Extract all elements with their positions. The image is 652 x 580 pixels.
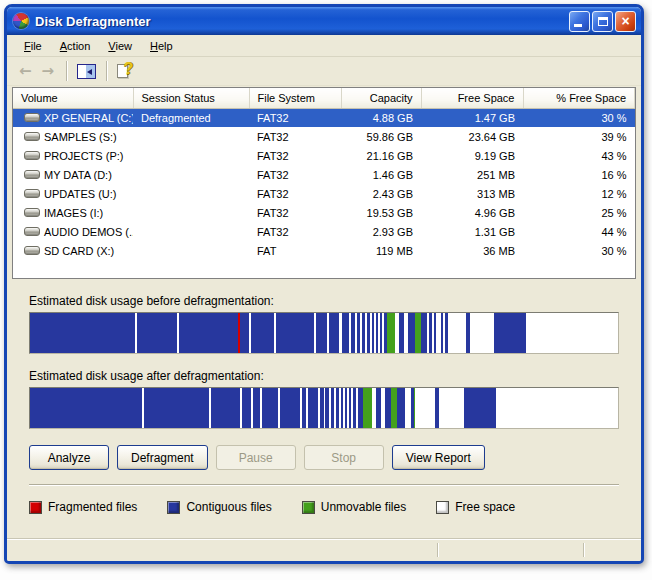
analyze-button[interactable]: Analyze <box>29 445 109 470</box>
usage-bar-before <box>29 312 619 354</box>
free-space-cell: 4.96 GB <box>421 203 523 222</box>
volume-row-sd-card-x[interactable]: SD CARD (X:)FAT119 MB36 MB30 % <box>13 241 635 260</box>
status-bar <box>7 538 641 561</box>
defragment-button[interactable]: Defragment <box>117 445 208 470</box>
volume-row-audio-demos[interactable]: AUDIO DEMOS (...FAT322.93 GB1.31 GB44 % <box>13 222 635 241</box>
column-header-free-space[interactable]: Free Space <box>421 88 523 108</box>
menu-help[interactable]: Help <box>141 37 182 55</box>
stop-button[interactable]: Stop <box>304 445 384 470</box>
legend-label: Unmovable files <box>321 500 406 514</box>
file-system-cell: FAT32 <box>249 108 341 127</box>
drive-icon <box>24 151 40 160</box>
maximize-icon <box>598 17 608 26</box>
volume-row-updates-u[interactable]: UPDATES (U:)FAT322.43 GB313 MB12 % <box>13 184 635 203</box>
menu-file[interactable]: File <box>15 37 51 55</box>
session-status-cell <box>133 184 249 203</box>
capacity-cell: 59.86 GB <box>341 127 421 146</box>
volume-row-xp-general-c[interactable]: XP GENERAL (C:)DefragmentedFAT324.88 GB1… <box>13 108 635 127</box>
session-status-cell: Defragmented <box>133 108 249 127</box>
pct-free-cell: 39 % <box>523 127 635 146</box>
legend-item-contiguous-files: Contiguous files <box>167 500 271 514</box>
volume-name: PROJECTS (P:) <box>44 150 123 162</box>
capacity-cell: 19.53 GB <box>341 203 421 222</box>
pause-button[interactable]: Pause <box>216 445 296 470</box>
disk-defragmenter-icon <box>13 13 29 29</box>
column-header-volume[interactable]: Volume <box>13 88 133 108</box>
contiguous-segment <box>397 388 405 428</box>
column-header-capacity[interactable]: Capacity <box>341 88 421 108</box>
toolbar: ← → ? <box>7 57 641 86</box>
contiguous-segment <box>30 313 135 353</box>
contiguous-segment <box>408 313 415 353</box>
capacity-cell: 119 MB <box>341 241 421 260</box>
capacity-cell: 4.88 GB <box>341 108 421 127</box>
volume-row-my-data-d[interactable]: MY DATA (D:)FAT321.46 GB251 MB16 % <box>13 165 635 184</box>
disk-defragmenter-window: Disk Defragmenter × FileActionViewHelp ←… <box>4 4 644 564</box>
forward-arrow-icon[interactable]: → <box>40 64 57 79</box>
column-header-free-space[interactable]: % Free Space <box>523 88 635 108</box>
volume-row-samples-s[interactable]: SAMPLES (S:)FAT3259.86 GB23.64 GB39 % <box>13 127 635 146</box>
legend-swatch-contiguous-files <box>167 501 180 514</box>
console-tree-toggle-icon[interactable] <box>77 64 96 79</box>
volume-table: VolumeSession StatusFile SystemCapacityF… <box>13 88 635 261</box>
free-space-cell: 251 MB <box>421 165 523 184</box>
contiguous-segment <box>329 313 339 353</box>
pct-free-cell: 25 % <box>523 203 635 222</box>
volume-row-images-i[interactable]: IMAGES (I:)FAT3219.53 GB4.96 GB25 % <box>13 203 635 222</box>
free-space-segment <box>526 313 618 353</box>
session-status-cell <box>133 146 249 165</box>
contiguous-segment <box>316 313 328 353</box>
contiguous-segment <box>137 313 177 353</box>
free-space-segment <box>439 388 465 428</box>
volume-name: XP GENERAL (C:) <box>44 112 133 124</box>
drive-icon <box>24 189 40 198</box>
drive-icon <box>24 208 40 217</box>
volume-row-projects-p[interactable]: PROJECTS (P:)FAT3221.16 GB9.19 GB43 % <box>13 146 635 165</box>
contiguous-segment <box>262 388 278 428</box>
drive-icon <box>24 170 40 179</box>
back-arrow-icon[interactable]: ← <box>17 64 34 79</box>
contiguous-segment <box>179 313 239 353</box>
contiguous-segment <box>30 388 142 428</box>
file-system-cell: FAT32 <box>249 203 341 222</box>
usage-bar-after <box>29 387 619 429</box>
menu-bar: FileActionViewHelp <box>7 35 641 57</box>
file-system-cell: FAT32 <box>249 184 341 203</box>
after-usage-label: Estimated disk usage after defragmentati… <box>29 369 619 383</box>
drive-icon <box>24 113 40 122</box>
menu-view[interactable]: View <box>99 37 141 55</box>
pct-free-cell: 16 % <box>523 165 635 184</box>
legend-item-fragmented-files: Fragmented files <box>29 500 137 514</box>
free-space-segment <box>448 313 466 353</box>
pct-free-cell: 12 % <box>523 184 635 203</box>
contiguous-segment <box>494 313 526 353</box>
free-space-cell: 1.47 GB <box>421 108 523 127</box>
free-space-segment <box>496 388 618 428</box>
contiguous-segment <box>211 388 240 428</box>
volume-name: IMAGES (I:) <box>44 207 103 219</box>
capacity-cell: 21.16 GB <box>341 146 421 165</box>
column-header-file-system[interactable]: File System <box>249 88 341 108</box>
maximize-button[interactable] <box>592 11 613 32</box>
help-icon[interactable]: ? <box>117 62 133 80</box>
close-button[interactable]: × <box>615 11 636 32</box>
column-header-session-status[interactable]: Session Status <box>133 88 249 108</box>
before-usage-label: Estimated disk usage before defragmentat… <box>29 294 619 308</box>
contiguous-segment <box>280 388 300 428</box>
status-bar-separator <box>583 543 584 557</box>
file-system-cell: FAT32 <box>249 222 341 241</box>
minimize-button[interactable] <box>569 11 590 32</box>
view-report-button[interactable]: View Report <box>392 445 485 470</box>
file-system-cell: FAT32 <box>249 127 341 146</box>
file-system-cell: FAT32 <box>249 146 341 165</box>
pct-free-cell: 43 % <box>523 146 635 165</box>
contiguous-segment <box>144 388 209 428</box>
legend-label: Free space <box>455 500 515 514</box>
contiguous-segment <box>242 388 251 428</box>
title-bar[interactable]: Disk Defragmenter × <box>7 7 641 35</box>
legend-swatch-free-space <box>436 501 449 514</box>
defrag-panel: Estimated disk usage before defragmentat… <box>7 279 641 516</box>
volume-name: SD CARD (X:) <box>44 245 114 257</box>
volume-list[interactable]: VolumeSession StatusFile SystemCapacityF… <box>12 87 636 279</box>
menu-action[interactable]: Action <box>51 37 100 55</box>
